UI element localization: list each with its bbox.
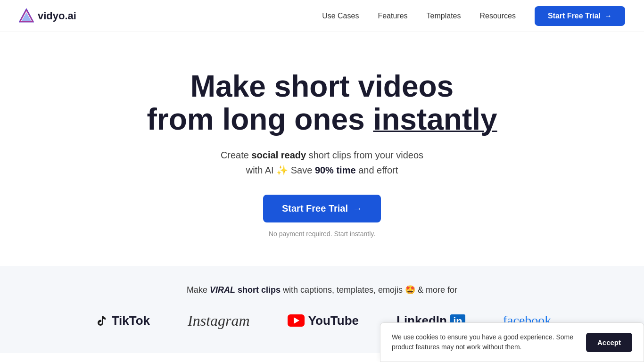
hero-subtitle: Create social ready short clips from you… [19,148,625,178]
nav-cta-button[interactable]: Start Free Trial → [535,6,625,26]
hero-subtitle-part4: and effort [358,165,398,175]
hero-subtitle-bold1: social ready [251,150,306,160]
tagline-part2: short clips [238,285,281,295]
nav-features[interactable]: Features [378,12,407,20]
logo-text: vidyo.ai [38,10,76,22]
tiktok-icon [93,313,108,328]
social-tagline: Make VIRAL short clips with captions, te… [19,285,625,295]
cookie-accept-button[interactable]: Accept [586,333,632,352]
nav-templates[interactable]: Templates [427,12,461,20]
youtube-play-icon [288,314,305,327]
hero-cta-arrow: → [353,203,362,214]
nav-use-cases[interactable]: Use Cases [322,12,359,20]
hero-title-line2-normal: from long ones [147,102,364,136]
hero-subtitle-part3: with AI ✨ Save [246,165,313,175]
hero-title-line2-underline: instantly [373,102,497,136]
nav-cta-arrow: → [604,12,612,20]
tagline-viral: VIRAL [210,285,235,295]
hero-cta-label: Start Free Trial [282,203,348,214]
hero-subtitle-part1: Create [221,150,249,160]
hero-title: Make short videos from long ones instant… [19,70,625,136]
platform-instagram: Instagram [188,312,250,329]
instagram-logo-text: Instagram [188,312,250,329]
platform-tiktok: TikTok [93,313,150,328]
hero-cta-button[interactable]: Start Free Trial → [263,195,381,222]
youtube-label: YouTube [308,313,359,328]
platform-youtube: YouTube [288,313,359,328]
tiktok-label: TikTok [112,313,150,328]
hero-subtitle-part2: short clips from your videos [309,150,423,160]
navbar: vidyo.ai Use Cases Features Templates Re… [0,0,644,32]
cookie-text: We use cookies to ensure you have a good… [392,332,577,352]
hero-note: No payment required. Start instantly. [19,230,625,238]
nav-links: Use Cases Features Templates Resources S… [322,6,625,26]
logo-link[interactable]: vidyo.ai [19,8,76,24]
hero-section: Make short videos from long ones instant… [0,32,644,266]
hero-subtitle-bold2: 90% time [315,165,356,175]
nav-resources[interactable]: Resources [479,12,515,20]
tagline-part3: with captions, templates, emojis 🤩 & mor… [283,285,457,295]
nav-cta-label: Start Free Trial [548,12,601,20]
hero-title-line1: Make short videos [190,69,454,103]
vidyo-logo-icon [19,8,34,24]
tagline-part1: Make [187,285,207,295]
cookie-banner: We use cookies to ensure you have a good… [380,322,644,362]
